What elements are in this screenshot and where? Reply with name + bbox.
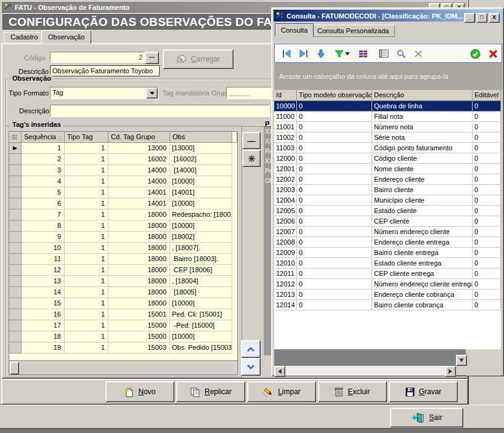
cell-editavel[interactable]: 0	[473, 269, 501, 279]
search-icon[interactable]	[396, 48, 407, 59]
table-row[interactable]: 12008 0 Endereço cliente entrega 0	[274, 237, 501, 248]
cell-editavel[interactable]: 0	[473, 258, 501, 269]
cell-sequencia[interactable]: 15	[22, 298, 65, 309]
download-arrow-icon[interactable]	[315, 48, 327, 59]
cell-sequencia[interactable]: 14	[22, 287, 65, 298]
table-row[interactable]: 11000 0 Filial nota 0	[274, 111, 501, 122]
cell-cd-tag-grupo[interactable]: 14000	[108, 176, 170, 187]
cell-editavel[interactable]: 0	[473, 122, 501, 132]
cell-tipo-tag[interactable]: 1	[65, 165, 108, 176]
cell-sequencia[interactable]: 5	[22, 187, 65, 198]
cell-id[interactable]: 11001	[274, 122, 297, 132]
table-row[interactable]: 19 1 15003 Obs. Pedido [15003]	[9, 342, 237, 354]
replicar-button[interactable]: Replicar	[176, 381, 245, 402]
cell-obs[interactable]: Redespacho: [18001]	[170, 209, 232, 221]
cell-descricao[interactable]: Endereço cliente entrega	[372, 237, 473, 248]
cell-descricao[interactable]: Bairro cliente entrega	[372, 248, 473, 258]
cell-tipo-tag[interactable]: 1	[65, 143, 108, 154]
cell-cd-tag-grupo[interactable]: 15001	[108, 309, 170, 320]
cell-obs[interactable]: [16002]	[170, 154, 232, 165]
col-tipo-tag[interactable]: Tipo Tag	[65, 132, 108, 143]
cell-descricao[interactable]: Filial nota	[372, 111, 473, 122]
cell-editavel[interactable]: 0	[473, 279, 501, 289]
table-row[interactable]: 4 1 14000 [10000]	[9, 176, 237, 187]
cell-tipo-modelo[interactable]: 0	[297, 185, 372, 195]
table-row[interactable]: 3 1 14000 [14000]	[9, 165, 237, 176]
table-row[interactable]: 14 1 18000 [18005]	[9, 287, 237, 298]
cell-obs[interactable]: [14001]	[170, 187, 232, 198]
hscroll-thumb[interactable]	[10, 362, 19, 374]
consulta-grid-header[interactable]: Id Tipo modelo observação Descrição Edit…	[274, 90, 501, 101]
cell-tipo-tag[interactable]: 1	[65, 232, 108, 243]
cell-cd-tag-grupo[interactable]: 14001	[108, 198, 170, 209]
cell-editavel[interactable]: 0	[473, 248, 501, 258]
tag-mandatoria-field[interactable]: __,___	[226, 87, 274, 99]
cell-sequencia[interactable]: 10	[22, 243, 65, 254]
cell-sequencia[interactable]: 3	[22, 165, 65, 176]
cell-descricao[interactable]: Endereço cliente	[372, 174, 473, 185]
lookup-dots-button[interactable]: ...	[145, 52, 159, 64]
cell-sequencia[interactable]: 8	[22, 221, 65, 232]
cell-tipo-modelo[interactable]: 0	[297, 300, 372, 310]
tipo-formato-combo[interactable]: Tag	[50, 87, 158, 99]
cell-cd-tag-grupo[interactable]: 13000	[108, 143, 170, 154]
table-row[interactable]: 12013 0 Endereço cliente cobrança 0	[274, 289, 501, 300]
cell-cd-tag-grupo[interactable]: 18000	[108, 221, 170, 232]
cell-id[interactable]: 12005	[274, 206, 297, 216]
cell-tipo-modelo[interactable]: 0	[297, 258, 372, 269]
cell-editavel[interactable]: 0	[473, 195, 501, 206]
cell-obs[interactable]: [10000]	[170, 176, 232, 187]
cell-descricao[interactable]: Número endereço cliente	[372, 227, 473, 237]
table-row[interactable]: 12001 0 Nome cliente 0	[274, 164, 501, 174]
cell-editavel[interactable]: 0	[473, 185, 501, 195]
tags-grid-header[interactable]: Sequência△ Tipo Tag Cd. Tag Grupo Obs	[9, 132, 237, 143]
cell-sequencia[interactable]: 2	[22, 154, 65, 165]
cell-tipo-modelo[interactable]: 0	[297, 101, 372, 111]
table-row[interactable]: 6 1 14001 [10000]	[9, 198, 237, 209]
cell-descricao[interactable]: Quebra de linha	[372, 101, 473, 111]
cell-descricao[interactable]: Município cliente	[372, 195, 473, 206]
cell-descricao[interactable]: Número nota	[372, 122, 473, 132]
cell-sequencia[interactable]: 13	[22, 276, 65, 287]
column-chooser-icon[interactable]	[357, 48, 368, 59]
cell-id[interactable]: 12004	[274, 195, 297, 206]
groupby-bar[interactable]: Arraste um cabeçalho da coluna até aqui …	[274, 63, 502, 90]
novo-button[interactable]: Novo	[105, 381, 174, 402]
scroll-down-icon[interactable]	[456, 355, 467, 366]
cell-id[interactable]: 12013	[274, 289, 297, 300]
cell-sequencia[interactable]: 7	[22, 209, 65, 221]
cell-editavel[interactable]: 0	[473, 216, 501, 227]
cell-sequencia[interactable]: 12	[22, 265, 65, 276]
cell-obs[interactable]: [10000]	[170, 198, 232, 209]
tags-grid[interactable]: Sequência△ Tipo Tag Cd. Tag Grupo Obs ▶ …	[9, 131, 238, 361]
cancel-icon[interactable]	[487, 48, 498, 59]
cell-tipo-tag[interactable]: 1	[65, 154, 108, 165]
cell-tipo-modelo[interactable]: 0	[297, 237, 372, 248]
table-row[interactable]: 12005 0 Estado cliente 0	[274, 206, 501, 216]
cell-tipo-tag[interactable]: 1	[65, 342, 108, 354]
col-sequencia[interactable]: Sequência△	[22, 132, 65, 143]
cell-id[interactable]: 12002	[274, 174, 297, 185]
cell-sequencia[interactable]: 9	[22, 232, 65, 243]
cell-id[interactable]: 12012	[274, 279, 297, 289]
cell-editavel[interactable]: 0	[473, 101, 501, 111]
cell-obs[interactable]: , [18007].	[170, 243, 232, 254]
cell-sequencia[interactable]: 1	[22, 143, 65, 154]
table-row[interactable]: 12010 0 Estado cliente entrega 0	[274, 258, 501, 269]
cell-cd-tag-grupo[interactable]: 14000	[108, 165, 170, 176]
tags-grid-hscrollbar[interactable]	[9, 361, 238, 375]
cell-id[interactable]: 12003	[274, 185, 297, 195]
table-row[interactable]: 9 1 18000 [18002]	[9, 232, 237, 243]
cell-tipo-modelo[interactable]: 0	[297, 279, 372, 289]
cell-descricao[interactable]: CEP cliente	[372, 216, 473, 227]
table-row[interactable]: 10 1 18000 , [18007].	[9, 243, 237, 254]
sair-button[interactable]: Sair	[390, 408, 463, 427]
cell-cd-tag-grupo[interactable]: 14001	[108, 187, 170, 198]
cell-editavel[interactable]: 0	[473, 132, 501, 143]
cell-obs[interactable]: Ped. Cli: [15001]	[170, 309, 232, 320]
cell-descricao[interactable]: Estado cliente	[372, 206, 473, 216]
cell-tipo-modelo[interactable]: 0	[297, 111, 372, 122]
col-tipo-modelo[interactable]: Tipo modelo observação	[297, 90, 372, 101]
table-row[interactable]: 18 1 15000 [10000]	[9, 331, 237, 342]
cell-tipo-modelo[interactable]: 0	[297, 143, 372, 153]
